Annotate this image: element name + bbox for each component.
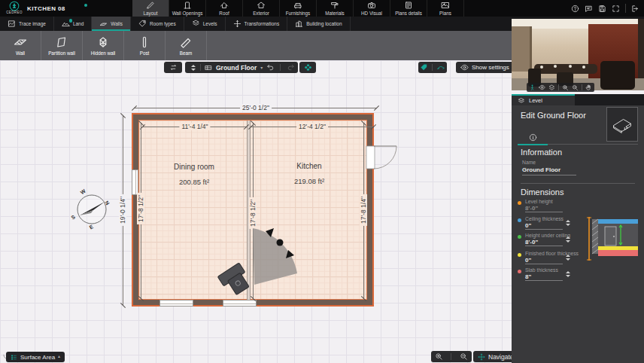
tool-wall[interactable]: Wall (0, 31, 41, 60)
window-bottom-1[interactable] (159, 300, 193, 307)
redo-icon[interactable] (287, 63, 295, 72)
room-name: Dining room (149, 163, 239, 171)
land-badge (69, 19, 73, 23)
room-dining[interactable]: Dining room 200.85 ft² (149, 163, 239, 186)
project-title: KITCHEN 08 (27, 5, 65, 12)
room-kitchen[interactable]: Kitchen 219.08 ft² (275, 162, 344, 185)
cedreo-logo[interactable]: CEDREO (5, 1, 24, 16)
roof-display-icon[interactable] (436, 63, 445, 72)
snap-settings-button[interactable] (299, 62, 316, 73)
floor-icon (205, 64, 212, 72)
zoom-controls (431, 351, 472, 362)
finished-floor-stepper[interactable] (564, 253, 571, 262)
floors-icon[interactable] (548, 84, 555, 91)
save-icon[interactable] (598, 5, 606, 13)
undo-icon[interactable] (266, 63, 275, 72)
zoom-out-icon[interactable] (572, 84, 579, 91)
ribbon-levels[interactable]: Levels (184, 17, 226, 31)
ceiling-thickness-stepper[interactable] (564, 218, 571, 227)
magnetism-icon (304, 63, 312, 72)
navigate-icon (478, 353, 485, 361)
preview-toolbar (527, 83, 594, 92)
roof-icon (220, 1, 229, 10)
finished-floor-value[interactable]: 0" (525, 257, 531, 264)
wall-icon (13, 35, 28, 49)
tab-information[interactable] (518, 131, 548, 145)
ceiling-thickness-value[interactable]: 0" (525, 222, 531, 229)
navigate-label: Navigate (488, 353, 514, 361)
ribbon-walls[interactable]: Walls (92, 17, 131, 31)
zoom-in-icon[interactable] (562, 84, 569, 91)
post-icon (137, 35, 152, 49)
slab-thickness-value[interactable]: 8" (525, 273, 531, 280)
name-label: Name (522, 160, 536, 165)
surface-area-button[interactable]: Surface Area ▾ (6, 352, 65, 362)
main-menu: Layout Wall Openings Roof Exterior Furni… (132, 0, 464, 17)
slab-thickness-stepper[interactable] (564, 270, 571, 279)
selector-divider (200, 64, 201, 71)
height-under-ceiling-value[interactable]: 8'-0" (525, 239, 538, 246)
3d-preview[interactable] (512, 19, 644, 90)
switch-view-button[interactable] (164, 62, 182, 73)
logout-icon[interactable] (631, 5, 639, 13)
tool-post[interactable]: Post (124, 31, 166, 60)
cedreo-app: CEDREO KITCHEN 08 Layout Wall Openings R… (0, 0, 644, 363)
tab-furnishings[interactable]: Furnishings (280, 0, 317, 17)
slab-thickness-dot (518, 270, 521, 273)
tab-wall-openings[interactable]: Wall Openings (169, 0, 206, 17)
tab-level[interactable]: Level (512, 94, 575, 105)
chat-icon[interactable] (585, 5, 593, 13)
ribbon-land[interactable]: Land (54, 17, 92, 31)
zoom-in-icon[interactable] (435, 352, 443, 361)
camera-body-icon (217, 263, 253, 298)
partition-wall-icon (54, 35, 69, 49)
door[interactable] (366, 139, 403, 177)
hidden-wall-icon (96, 35, 111, 49)
dimensions-heading: Dimensions (521, 188, 564, 197)
unsaved-indicator (84, 4, 87, 7)
fullscreen-icon[interactable] (612, 5, 620, 13)
show-settings-label: Show settings (472, 64, 509, 71)
tab-roof[interactable]: Roof (206, 0, 243, 17)
level-thumbnail[interactable] (606, 107, 638, 142)
tool-beam[interactable]: Beam (166, 31, 207, 60)
window-left[interactable] (132, 169, 138, 195)
tool-partition-wall[interactable]: Partition wall (41, 31, 83, 60)
tab-plans[interactable]: Plans (427, 0, 464, 17)
camera-viewpoint[interactable] (213, 221, 307, 300)
tool-hidden-wall[interactable]: Hidden wall (83, 31, 124, 60)
ribbon-building-location[interactable]: Building location (287, 17, 350, 31)
surface-area-label: Surface Area (20, 354, 55, 361)
brand-text: CEDREO (6, 11, 23, 14)
tab-hd-visual[interactable]: HD Visual (354, 0, 390, 17)
preview-doorway (512, 26, 532, 72)
name-value[interactable]: Ground Floor (522, 166, 560, 173)
room-area: 200.85 ft² (149, 178, 239, 186)
picture-icon (441, 1, 450, 10)
compass[interactable]: W N S E (70, 188, 114, 231)
house-icon (257, 1, 266, 10)
tab-plans-details[interactable]: Plans details (390, 0, 427, 17)
information-heading: Information (521, 148, 562, 157)
level-stepper[interactable] (190, 63, 196, 72)
walkthrough-icon[interactable] (529, 84, 536, 91)
level-height-value: 8'-0" (525, 205, 538, 212)
ribbon-room-types[interactable]: Room types (131, 17, 184, 31)
dim-kitchen-width: 12'-4 1/2" (296, 123, 328, 130)
tab-exterior[interactable]: Exterior (243, 0, 280, 17)
surface-label-icon[interactable] (420, 63, 428, 72)
pan-hand-icon[interactable] (585, 84, 592, 91)
zoom-out-icon[interactable] (460, 352, 468, 361)
ribbon-trace-image[interactable]: Trace image (0, 17, 54, 31)
eye-icon[interactable] (539, 84, 545, 90)
dim-dining-width: 11'-4 1/4" (179, 123, 210, 130)
help-icon[interactable] (571, 5, 579, 13)
window-bottom-2[interactable] (223, 300, 257, 307)
room-name: Kitchen (275, 162, 344, 170)
ribbon-transformations[interactable]: Transformations (226, 17, 288, 31)
document-icon (404, 1, 413, 10)
dim-overall-width: 25'-0 1/2" (240, 104, 272, 111)
tab-materials[interactable]: Materials (317, 0, 354, 17)
tab-layout[interactable]: Layout (132, 0, 169, 17)
height-under-ceiling-stepper[interactable] (564, 235, 571, 244)
